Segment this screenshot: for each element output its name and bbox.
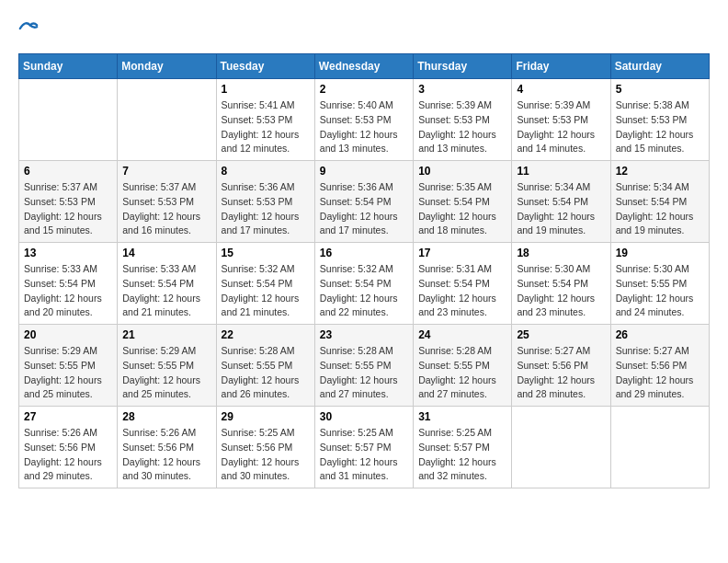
day-info: Sunrise: 5:40 AMSunset: 5:53 PMDaylight:…	[320, 98, 408, 156]
day-number: 29	[222, 410, 310, 423]
day-number: 6	[24, 165, 112, 178]
day-number: 19	[616, 247, 704, 259]
calendar-week-5: 27Sunrise: 5:26 AMSunset: 5:56 PMDayligh…	[19, 407, 710, 488]
day-info: Sunrise: 5:27 AMSunset: 5:56 PMDaylight:…	[517, 344, 605, 402]
day-number: 31	[418, 410, 506, 423]
calendar-cell: 9Sunrise: 5:36 AMSunset: 5:54 PMDaylight…	[314, 161, 413, 243]
day-info: Sunrise: 5:34 AMSunset: 5:54 PMDaylight:…	[616, 180, 704, 238]
day-info: Sunrise: 5:30 AMSunset: 5:54 PMDaylight:…	[517, 262, 605, 320]
calendar-cell: 15Sunrise: 5:32 AMSunset: 5:54 PMDayligh…	[216, 243, 314, 325]
day-info: Sunrise: 5:25 AMSunset: 5:56 PMDaylight:…	[222, 426, 310, 484]
day-number: 17	[418, 247, 506, 259]
calendar-cell: 1Sunrise: 5:41 AMSunset: 5:53 PMDaylight…	[216, 79, 314, 161]
day-info: Sunrise: 5:35 AMSunset: 5:54 PMDaylight:…	[418, 180, 506, 238]
calendar-cell: 8Sunrise: 5:36 AMSunset: 5:53 PMDaylight…	[216, 161, 314, 243]
calendar-cell: 19Sunrise: 5:30 AMSunset: 5:55 PMDayligh…	[610, 243, 709, 325]
day-info: Sunrise: 5:27 AMSunset: 5:56 PMDaylight:…	[616, 344, 704, 402]
calendar-cell	[512, 407, 610, 488]
day-header-sunday: Sunday	[19, 54, 118, 79]
day-info: Sunrise: 5:25 AMSunset: 5:57 PMDaylight:…	[418, 426, 506, 484]
day-info: Sunrise: 5:37 AMSunset: 5:53 PMDaylight:…	[122, 180, 210, 238]
day-header-monday: Monday	[118, 54, 216, 79]
day-info: Sunrise: 5:34 AMSunset: 5:54 PMDaylight:…	[517, 180, 605, 238]
day-number: 15	[222, 247, 310, 259]
logo	[18, 18, 42, 39]
calendar-cell: 25Sunrise: 5:27 AMSunset: 5:56 PMDayligh…	[512, 325, 610, 407]
day-number: 14	[122, 247, 210, 259]
day-header-tuesday: Tuesday	[216, 54, 314, 79]
day-info: Sunrise: 5:37 AMSunset: 5:53 PMDaylight:…	[24, 180, 112, 238]
calendar-cell: 6Sunrise: 5:37 AMSunset: 5:53 PMDaylight…	[19, 161, 118, 243]
calendar-cell: 27Sunrise: 5:26 AMSunset: 5:56 PMDayligh…	[19, 407, 118, 488]
calendar-cell: 5Sunrise: 5:38 AMSunset: 5:53 PMDaylight…	[610, 79, 709, 161]
day-header-thursday: Thursday	[414, 54, 512, 79]
day-number: 28	[122, 410, 210, 423]
day-info: Sunrise: 5:38 AMSunset: 5:53 PMDaylight:…	[616, 98, 704, 156]
calendar-week-2: 6Sunrise: 5:37 AMSunset: 5:53 PMDaylight…	[19, 161, 710, 243]
day-info: Sunrise: 5:33 AMSunset: 5:54 PMDaylight:…	[122, 262, 210, 320]
day-number: 23	[320, 328, 408, 341]
calendar-week-4: 20Sunrise: 5:29 AMSunset: 5:55 PMDayligh…	[19, 325, 710, 407]
day-info: Sunrise: 5:41 AMSunset: 5:53 PMDaylight:…	[222, 98, 310, 156]
calendar-cell: 20Sunrise: 5:29 AMSunset: 5:55 PMDayligh…	[19, 325, 118, 407]
day-number: 1	[222, 83, 310, 96]
day-number: 5	[616, 83, 704, 96]
day-info: Sunrise: 5:25 AMSunset: 5:57 PMDaylight:…	[320, 426, 408, 484]
day-number: 12	[616, 165, 704, 178]
calendar-cell: 4Sunrise: 5:39 AMSunset: 5:53 PMDaylight…	[512, 79, 610, 161]
day-number: 27	[24, 410, 112, 423]
day-info: Sunrise: 5:28 AMSunset: 5:55 PMDaylight:…	[222, 344, 310, 402]
day-number: 2	[320, 83, 408, 96]
day-number: 20	[24, 328, 112, 341]
day-info: Sunrise: 5:30 AMSunset: 5:55 PMDaylight:…	[616, 262, 704, 320]
calendar-cell: 17Sunrise: 5:31 AMSunset: 5:54 PMDayligh…	[414, 243, 512, 325]
calendar-cell: 14Sunrise: 5:33 AMSunset: 5:54 PMDayligh…	[118, 243, 216, 325]
calendar-cell	[610, 407, 709, 488]
day-header-friday: Friday	[512, 54, 610, 79]
calendar-cell: 23Sunrise: 5:28 AMSunset: 5:55 PMDayligh…	[314, 325, 413, 407]
day-number: 8	[222, 165, 310, 178]
calendar-cell: 2Sunrise: 5:40 AMSunset: 5:53 PMDaylight…	[314, 79, 413, 161]
day-info: Sunrise: 5:31 AMSunset: 5:54 PMDaylight:…	[418, 262, 506, 320]
calendar-cell	[118, 79, 216, 161]
day-number: 25	[517, 328, 605, 341]
day-info: Sunrise: 5:39 AMSunset: 5:53 PMDaylight:…	[418, 98, 506, 156]
day-header-wednesday: Wednesday	[314, 54, 413, 79]
calendar-cell: 7Sunrise: 5:37 AMSunset: 5:53 PMDaylight…	[118, 161, 216, 243]
calendar-cell: 29Sunrise: 5:25 AMSunset: 5:56 PMDayligh…	[216, 407, 314, 488]
day-info: Sunrise: 5:32 AMSunset: 5:54 PMDaylight:…	[320, 262, 408, 320]
day-info: Sunrise: 5:36 AMSunset: 5:54 PMDaylight:…	[320, 180, 408, 238]
calendar-cell: 21Sunrise: 5:29 AMSunset: 5:55 PMDayligh…	[118, 325, 216, 407]
calendar-cell: 11Sunrise: 5:34 AMSunset: 5:54 PMDayligh…	[512, 161, 610, 243]
day-number: 30	[320, 410, 408, 423]
calendar-cell: 22Sunrise: 5:28 AMSunset: 5:55 PMDayligh…	[216, 325, 314, 407]
day-info: Sunrise: 5:39 AMSunset: 5:53 PMDaylight:…	[517, 98, 605, 156]
calendar-cell: 3Sunrise: 5:39 AMSunset: 5:53 PMDaylight…	[414, 79, 512, 161]
calendar-table: SundayMondayTuesdayWednesdayThursdayFrid…	[18, 53, 710, 488]
day-info: Sunrise: 5:32 AMSunset: 5:54 PMDaylight:…	[222, 262, 310, 320]
day-info: Sunrise: 5:26 AMSunset: 5:56 PMDaylight:…	[122, 426, 210, 484]
day-info: Sunrise: 5:33 AMSunset: 5:54 PMDaylight:…	[24, 262, 112, 320]
day-number: 21	[122, 328, 210, 341]
calendar-cell	[19, 79, 118, 161]
page-header	[18, 18, 710, 39]
day-info: Sunrise: 5:28 AMSunset: 5:55 PMDaylight:…	[320, 344, 408, 402]
calendar-cell: 10Sunrise: 5:35 AMSunset: 5:54 PMDayligh…	[414, 161, 512, 243]
day-number: 18	[517, 247, 605, 259]
calendar-cell: 16Sunrise: 5:32 AMSunset: 5:54 PMDayligh…	[314, 243, 413, 325]
day-number: 24	[418, 328, 506, 341]
day-number: 13	[24, 247, 112, 259]
day-number: 7	[122, 165, 210, 178]
calendar-cell: 13Sunrise: 5:33 AMSunset: 5:54 PMDayligh…	[19, 243, 118, 325]
calendar-cell: 18Sunrise: 5:30 AMSunset: 5:54 PMDayligh…	[512, 243, 610, 325]
logo-icon	[18, 18, 39, 39]
day-info: Sunrise: 5:36 AMSunset: 5:53 PMDaylight:…	[222, 180, 310, 238]
day-number: 16	[320, 247, 408, 259]
day-number: 10	[418, 165, 506, 178]
day-number: 3	[418, 83, 506, 96]
day-number: 26	[616, 328, 704, 341]
day-number: 22	[222, 328, 310, 341]
calendar-cell: 12Sunrise: 5:34 AMSunset: 5:54 PMDayligh…	[610, 161, 709, 243]
calendar-cell: 24Sunrise: 5:28 AMSunset: 5:55 PMDayligh…	[414, 325, 512, 407]
day-info: Sunrise: 5:29 AMSunset: 5:55 PMDaylight:…	[24, 344, 112, 402]
